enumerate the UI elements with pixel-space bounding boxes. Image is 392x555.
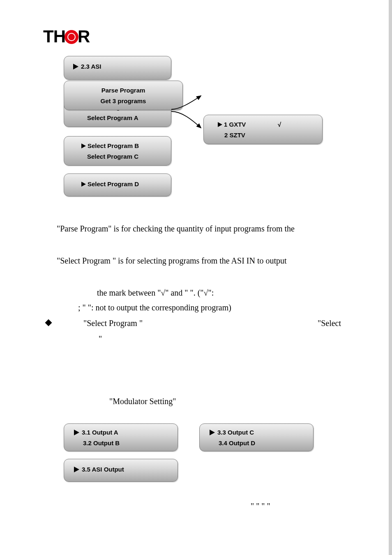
output-c-label: 3.3 Output C [217, 429, 254, 436]
logo-right: R [78, 27, 90, 46]
bullet-line: "Select Program " "Select [46, 317, 342, 330]
trailing-quotes: " " " " [251, 500, 270, 513]
logo-globe-icon [65, 30, 78, 44]
logo-left: TH [43, 27, 65, 46]
play-triangle-icon [81, 143, 86, 148]
box-select-d: Select Program D [64, 173, 171, 197]
paragraph-mark-2: ; " ": not to output the corresponding p… [78, 301, 325, 314]
get-programs-label: Get 3 programs [64, 97, 182, 104]
paragraph-select: "Select Program " is for selecting progr… [57, 254, 336, 267]
box-channels: 1 GXTV √ 2 SZTV [203, 115, 323, 144]
logo: THR [43, 27, 90, 46]
box-parse-result: Parse Program Get 3 programs [64, 81, 183, 110]
diamond-bullet-icon [45, 319, 52, 326]
play-triangle-icon [81, 182, 86, 187]
box-asi-label: 2.3 ASI [81, 63, 101, 70]
select-program-a-label: Select Program A [87, 114, 138, 121]
paragraph-mark: the mark between "√" and " ". ("√": [97, 286, 327, 299]
select-program-d-label: Select Program D [88, 180, 139, 187]
box-output-cd: 3.3 Output C 3.4 Output D [199, 423, 314, 451]
output-d-label: 3.4 Output D [219, 439, 255, 446]
check-mark-icon: √ [278, 121, 281, 128]
bullet-line-cont: " [99, 332, 102, 345]
box-asi-output: 3.5 ASI Output [64, 459, 178, 482]
output-a-label: 3.1 Output A [82, 429, 118, 436]
modulator-setting-text: "Modulator Setting" [109, 395, 176, 408]
asi-output-label: 3.5 ASI Output [82, 466, 124, 473]
select-program-b-label: Select Program B [88, 142, 139, 149]
play-triangle-icon [210, 430, 215, 435]
select-program-c-label: Select Program C [87, 153, 138, 160]
diagram-asi-flow: 2.3 ASI Parse Program Select Program A S… [64, 56, 335, 208]
box-asi: 2.3 ASI [64, 56, 171, 80]
connector-arrow-down [171, 109, 204, 134]
box-select-bc: Select Program B Select Program C [64, 136, 171, 166]
play-triangle-icon [73, 64, 78, 69]
box-output-ab: 3.1 Output A 3.2 Output B [64, 423, 178, 451]
play-triangle-icon [218, 122, 222, 127]
parse-program-title: Parse Program [64, 87, 182, 94]
play-triangle-icon [74, 467, 79, 472]
play-triangle-icon [74, 430, 79, 435]
channel-2-label: 2 SZTV [224, 132, 245, 139]
channel-1-label: 1 GXTV [224, 121, 246, 128]
output-b-label: 3.2 Output B [83, 439, 120, 446]
paragraph-parse: "Parse Program" is for checking the quan… [57, 222, 336, 235]
